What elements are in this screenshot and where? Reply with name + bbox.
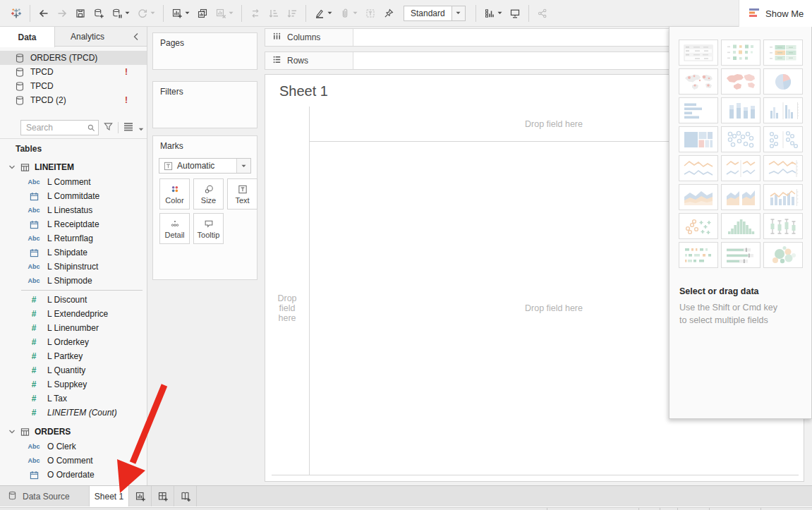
- show-me-button[interactable]: Show Me: [739, 0, 812, 27]
- marks-detail-button[interactable]: Detail: [159, 213, 190, 244]
- new-worksheet-button[interactable]: [129, 486, 152, 506]
- field-item[interactable]: #L Discount: [0, 293, 147, 307]
- show-me-pie-chart[interactable]: [763, 68, 803, 95]
- caret-down-icon[interactable]: [497, 11, 502, 15]
- view-as-list-icon[interactable]: [123, 121, 134, 134]
- table-item[interactable]: LINEITEM: [0, 159, 147, 175]
- new-data-source-button[interactable]: [90, 5, 108, 22]
- marks-text-button[interactable]: Text: [227, 178, 257, 210]
- data-source-item[interactable]: ORDERS (TPCD): [0, 51, 147, 65]
- show-me-continuous-lines[interactable]: [679, 155, 718, 181]
- undo-button[interactable]: [35, 5, 53, 22]
- field-item[interactable]: #L Extendedprice: [0, 307, 147, 321]
- tab-data[interactable]: Data: [0, 27, 55, 47]
- caret-down-icon[interactable]: [229, 11, 234, 15]
- field-item[interactable]: #L Linenumber: [0, 321, 147, 335]
- new-worksheet-button[interactable]: [168, 5, 193, 22]
- caret-down-icon[interactable]: [353, 11, 358, 15]
- tab-analytics[interactable]: Analytics: [55, 27, 120, 46]
- field-item[interactable]: L Commitdate: [0, 189, 147, 203]
- data-source-tab[interactable]: Data Source: [0, 486, 90, 506]
- show-me-side-by-side-circles[interactable]: [763, 126, 803, 152]
- show-me-continuous-area[interactable]: [679, 184, 718, 210]
- show-me-symbol-map[interactable]: [679, 68, 718, 95]
- field-item[interactable]: #L Quantity: [0, 363, 147, 377]
- field-item[interactable]: AbcL Comment: [0, 175, 147, 189]
- show-me-dual-lines[interactable]: [763, 155, 803, 181]
- highlight-button[interactable]: [310, 5, 336, 22]
- field-item[interactable]: AbcL Shipinstruct: [0, 260, 147, 274]
- field-item[interactable]: #L Orderkey: [0, 335, 147, 349]
- save-button[interactable]: [71, 5, 90, 22]
- filters-card[interactable]: Filters: [152, 81, 257, 128]
- caret-down-icon[interactable]: [150, 11, 155, 15]
- field-item[interactable]: #L Tax: [0, 391, 147, 406]
- filter-fields-icon[interactable]: [103, 121, 114, 135]
- chevron-down-icon[interactable]: [8, 428, 16, 435]
- tableau-logo-button[interactable]: [7, 5, 25, 22]
- caret-down-icon[interactable]: [327, 11, 332, 15]
- caret-down-icon[interactable]: [125, 11, 130, 15]
- show-me-gantt[interactable]: [679, 242, 718, 268]
- table-item[interactable]: ORDERS: [0, 424, 147, 439]
- show-me-dual-combination[interactable]: [763, 184, 803, 210]
- show-me-packed-bubbles[interactable]: [763, 242, 803, 268]
- show-me-treemap[interactable]: [679, 126, 718, 152]
- duplicate-sheet-button[interactable]: [193, 5, 212, 22]
- sheet-tab-active[interactable]: Sheet 1: [90, 486, 129, 506]
- show-me-scatter-plot[interactable]: [679, 213, 718, 239]
- show-me-stacked-bars[interactable]: [721, 97, 761, 123]
- field-item[interactable]: AbcL Returnflag: [0, 231, 147, 245]
- show-me-discrete-lines[interactable]: [721, 155, 761, 181]
- marks-size-button[interactable]: Size: [193, 178, 224, 210]
- field-item[interactable]: AbcL Shipmode: [0, 274, 147, 288]
- caret-down-icon[interactable]: [452, 6, 465, 20]
- field-item[interactable]: L Receiptdate: [0, 217, 147, 231]
- field-item[interactable]: O Orderdate: [0, 468, 147, 482]
- field-item[interactable]: #L Suppkey: [0, 377, 147, 391]
- fix-axes-button[interactable]: [380, 5, 398, 22]
- show-me-box-and-whisker[interactable]: [763, 213, 803, 239]
- field-item[interactable]: AbcO Clerk: [0, 439, 147, 454]
- show-me-discrete-area[interactable]: [721, 184, 761, 210]
- pause-auto-updates-button[interactable]: [108, 5, 133, 22]
- drop-zone-rows[interactable]: Drop field here: [265, 141, 309, 475]
- mark-type-selector[interactable]: Automatic: [159, 158, 251, 174]
- show-me-histogram[interactable]: [721, 213, 761, 239]
- show-me-side-by-side-bars[interactable]: [763, 97, 803, 123]
- show-hide-cards-button[interactable]: [480, 5, 506, 22]
- show-mark-labels-button[interactable]: [361, 5, 380, 22]
- show-me-filled-map[interactable]: [721, 68, 761, 95]
- caret-down-icon[interactable]: [236, 159, 250, 173]
- data-source-item[interactable]: TPCD!: [0, 65, 147, 79]
- field-item[interactable]: AbcO Comment: [0, 454, 147, 468]
- show-me-horizontal-bars[interactable]: [679, 97, 718, 123]
- field-item[interactable]: #LINEITEM (Count): [0, 406, 147, 420]
- redo-button[interactable]: [53, 5, 71, 22]
- data-source-item[interactable]: TPCD: [0, 79, 147, 93]
- data-source-item[interactable]: TPCD (2)!: [0, 93, 147, 107]
- show-me-bullet-graph[interactable]: [721, 242, 761, 268]
- chevron-down-icon[interactable]: [8, 164, 16, 171]
- fit-selector[interactable]: Standard: [404, 6, 466, 21]
- marks-color-button[interactable]: Color: [159, 178, 190, 210]
- new-story-button[interactable]: [174, 486, 197, 506]
- new-dashboard-button[interactable]: [152, 486, 174, 506]
- show-me-text-table[interactable]: [679, 40, 718, 66]
- field-item[interactable]: L Shipdate: [0, 245, 147, 260]
- share-workbook-button[interactable]: [533, 5, 552, 22]
- presentation-mode-button[interactable]: [506, 5, 524, 22]
- run-auto-updates-button[interactable]: [133, 5, 159, 22]
- show-me-highlight-table[interactable]: [763, 40, 803, 66]
- sort-ascending-button[interactable]: [265, 5, 283, 22]
- clear-sheet-button[interactable]: [212, 5, 237, 22]
- caret-down-icon[interactable]: [138, 121, 144, 134]
- collapse-pane-icon[interactable]: [126, 27, 147, 46]
- field-item[interactable]: AbcL Linestatus: [0, 203, 147, 217]
- field-item[interactable]: #L Partkey: [0, 349, 147, 363]
- sort-descending-button[interactable]: [283, 5, 301, 22]
- show-me-circle-views[interactable]: [721, 126, 761, 152]
- show-me-heat-map[interactable]: [721, 40, 761, 66]
- marks-tooltip-button[interactable]: Tooltip: [193, 213, 224, 244]
- pages-card[interactable]: Pages: [152, 32, 257, 70]
